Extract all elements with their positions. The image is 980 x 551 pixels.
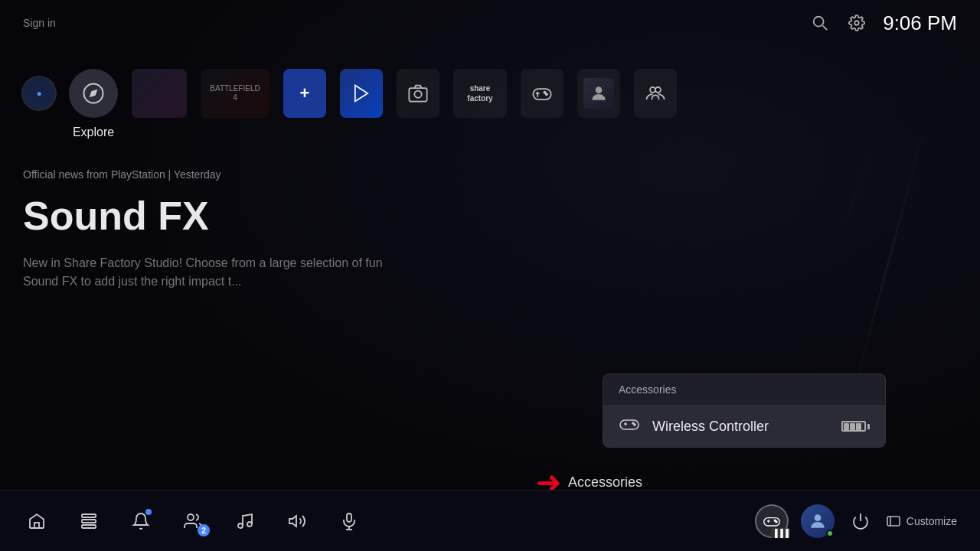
svg-point-24: [634, 424, 635, 425]
user-avatar[interactable]: [801, 504, 835, 538]
svg-marker-4: [90, 90, 98, 98]
music-button[interactable]: [231, 507, 259, 535]
nav-item-game1[interactable]: [132, 69, 187, 118]
mic-button[interactable]: [335, 507, 363, 535]
nav-item-gamepad[interactable]: [521, 69, 564, 118]
svg-marker-32: [289, 516, 296, 527]
explore-label: Explore: [73, 126, 114, 139]
controller-battery-mini: ▐▐▐: [771, 528, 790, 538]
news-meta: Official news from PlayStation | Yesterd…: [23, 168, 957, 181]
svg-rect-33: [347, 514, 351, 522]
content-area: Official news from PlayStation | Yesterd…: [23, 168, 957, 291]
controller-taskbar-button[interactable]: ▐▐▐: [755, 504, 789, 538]
taskbar-icons: 2: [23, 507, 363, 535]
volume-button[interactable]: [283, 507, 311, 535]
svg-rect-43: [887, 517, 900, 526]
popup-item-controller[interactable]: Wireless Controller: [603, 406, 885, 447]
top-bar-right: 9:06 PM: [809, 11, 957, 35]
friends-badge: 2: [198, 524, 210, 536]
notifications-button[interactable]: [127, 507, 155, 535]
controller-label: Wireless Controller: [652, 419, 829, 435]
svg-point-31: [247, 522, 252, 527]
online-indicator: [826, 530, 834, 537]
svg-point-18: [650, 87, 655, 93]
svg-rect-28: [82, 525, 96, 528]
customize-button[interactable]: Customize: [887, 515, 957, 527]
nav-item-player[interactable]: [577, 69, 620, 118]
svg-point-29: [188, 514, 194, 520]
nav-item-psplus[interactable]: +: [283, 69, 326, 118]
svg-point-13: [544, 92, 545, 93]
nav-item-app[interactable]: [340, 69, 383, 118]
news-description: New in Share Factory Studio! Choose from…: [23, 254, 406, 291]
accessories-popup: Accessories Wireless Controller: [603, 373, 886, 448]
svg-point-41: [815, 514, 822, 521]
top-bar-left: Sign in: [23, 17, 56, 29]
media-button[interactable]: [75, 507, 103, 535]
news-title: Sound FX: [23, 193, 957, 239]
friends-button[interactable]: 2: [179, 507, 207, 535]
clock-display: 9:06 PM: [883, 11, 957, 35]
controller-icon: [619, 416, 640, 436]
nav-row: ● Explore BATTLEFIELD4 +: [23, 69, 957, 118]
nav-item-all[interactable]: ●: [23, 77, 55, 109]
svg-point-23: [632, 422, 634, 424]
battery-indicator: [841, 421, 870, 432]
svg-point-2: [854, 21, 859, 25]
customize-label: Customize: [906, 515, 957, 527]
settings-icon[interactable]: [846, 12, 867, 34]
svg-point-0: [814, 17, 824, 27]
svg-point-19: [655, 87, 661, 93]
svg-point-30: [238, 523, 243, 528]
nav-item-group[interactable]: [634, 69, 677, 118]
power-button[interactable]: [847, 507, 874, 535]
svg-point-14: [546, 93, 547, 95]
svg-rect-25: [34, 523, 39, 528]
svg-point-17: [596, 86, 603, 93]
nav-item-camera[interactable]: [397, 69, 439, 118]
svg-rect-27: [82, 520, 96, 523]
home-button[interactable]: [23, 507, 51, 535]
top-bar: Sign in 9:06 PM: [0, 0, 980, 46]
popup-header: Accessories: [603, 374, 885, 406]
signin-text[interactable]: Sign in: [23, 17, 56, 29]
notification-dot: [145, 509, 152, 515]
taskbar-right: ▐▐▐ Customize: [755, 504, 957, 538]
search-icon[interactable]: [809, 12, 831, 34]
arrow-label: Accessories: [568, 474, 642, 491]
nav-item-explore[interactable]: [69, 69, 118, 118]
taskbar: 2: [0, 490, 980, 551]
svg-line-1: [823, 26, 828, 30]
svg-point-40: [776, 520, 777, 522]
svg-marker-5: [355, 86, 368, 102]
nav-item-sharefactory[interactable]: sharefactory: [453, 69, 507, 118]
svg-point-7: [414, 91, 421, 98]
svg-rect-8: [533, 89, 550, 99]
nav-item-bf4[interactable]: BATTLEFIELD4: [201, 69, 270, 118]
svg-rect-26: [82, 514, 96, 517]
nav-area-explore: Explore: [69, 69, 118, 118]
